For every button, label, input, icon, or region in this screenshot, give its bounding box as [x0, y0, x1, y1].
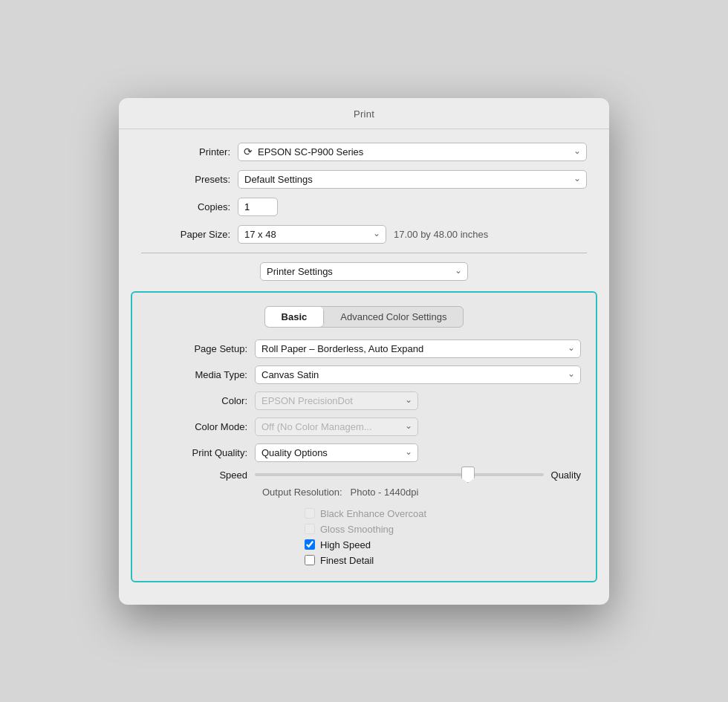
printer-settings-select[interactable]: Printer Settings: [260, 262, 468, 281]
media-type-select-wrapper: Canvas Satin: [255, 365, 581, 384]
color-mode-row: Color Mode: Off (No Color Managem...: [147, 417, 581, 436]
presets-row: Presets: Default Settings: [141, 170, 587, 189]
media-type-row: Media Type: Canvas Satin: [147, 365, 581, 384]
form-section: Printer: EPSON SC-P900 Series Presets: D…: [119, 129, 609, 244]
color-row: Color: EPSON PrecisionDot: [147, 391, 581, 410]
speed-label: Speed: [147, 469, 255, 481]
print-quality-control: Quality Options: [255, 443, 581, 462]
print-quality-select[interactable]: Quality Options: [255, 443, 418, 462]
color-mode-control: Off (No Color Managem...: [255, 417, 581, 436]
page-setup-row: Page Setup: Roll Paper – Borderless, Aut…: [147, 339, 581, 358]
paper-size-label: Paper Size:: [141, 229, 238, 240]
color-control: EPSON PrecisionDot: [255, 391, 581, 410]
printer-settings-select-wrapper: Printer Settings: [260, 262, 468, 281]
tab-bar: Basic Advanced Color Settings: [147, 306, 581, 328]
output-resolution-row: Output Resolution: Photo - 1440dpi: [262, 487, 581, 498]
gloss-smoothing-checkbox[interactable]: [305, 524, 315, 534]
printer-select[interactable]: EPSON SC-P900 Series: [238, 143, 587, 161]
quality-label: Quality: [551, 469, 581, 481]
copies-label: Copies:: [141, 201, 238, 212]
paper-size-select-wrapper: 17 x 48: [238, 225, 386, 244]
page-setup-select-wrapper: Roll Paper – Borderless, Auto Expand: [255, 339, 581, 358]
dialog-title: Print: [119, 98, 609, 129]
color-mode-select-wrapper: Off (No Color Managem...: [255, 417, 418, 436]
media-type-control: Canvas Satin: [255, 365, 581, 384]
printer-select-wrapper: EPSON SC-P900 Series: [238, 143, 587, 161]
presets-select-wrapper: Default Settings: [238, 170, 587, 189]
copies-input[interactable]: [238, 198, 278, 216]
printer-label: Printer:: [141, 146, 238, 157]
divider-1: [141, 253, 587, 253]
color-mode-select[interactable]: Off (No Color Managem...: [255, 417, 418, 436]
finest-detail-item: Finest Detail: [305, 555, 468, 566]
black-enhance-checkbox[interactable]: [305, 508, 315, 519]
presets-select[interactable]: Default Settings: [238, 170, 587, 189]
page-setup-select[interactable]: Roll Paper – Borderless, Auto Expand: [255, 339, 581, 358]
checkbox-section: Black Enhance Overcoat Gloss Smoothing H…: [147, 508, 581, 566]
slider-wrapper: Quality: [255, 469, 581, 481]
speed-quality-slider[interactable]: [255, 473, 544, 476]
printer-settings-panel: Basic Advanced Color Settings Page Setup…: [131, 291, 597, 582]
color-mode-label: Color Mode:: [147, 421, 255, 432]
high-speed-label: High Speed: [320, 539, 371, 550]
media-type-label: Media Type:: [147, 369, 255, 380]
black-enhance-label: Black Enhance Overcoat: [320, 508, 426, 519]
copies-row: Copies:: [141, 198, 587, 216]
color-select-wrapper: EPSON PrecisionDot: [255, 391, 418, 410]
paper-size-select[interactable]: 17 x 48: [238, 225, 386, 244]
printer-settings-row: Printer Settings: [119, 262, 609, 281]
page-setup-control: Roll Paper – Borderless, Auto Expand: [255, 339, 581, 358]
page-setup-label: Page Setup:: [147, 343, 255, 354]
printer-control: EPSON SC-P900 Series: [238, 143, 587, 161]
gloss-smoothing-label: Gloss Smoothing: [320, 524, 394, 535]
black-enhance-item: Black Enhance Overcoat: [305, 508, 468, 519]
gloss-smoothing-item: Gloss Smoothing: [305, 524, 468, 535]
output-resolution-value: Photo - 1440dpi: [351, 487, 419, 498]
paper-size-control: 17 x 48 17.00 by 48.00 inches: [238, 225, 587, 244]
print-quality-label: Print Quality:: [147, 447, 255, 458]
tab-bar-inner: Basic Advanced Color Settings: [264, 306, 464, 328]
color-select[interactable]: EPSON PrecisionDot: [255, 391, 418, 410]
print-quality-row: Print Quality: Quality Options: [147, 443, 581, 462]
presets-control: Default Settings: [238, 170, 587, 189]
presets-label: Presets:: [141, 174, 238, 185]
speed-quality-slider-row: Speed Quality: [147, 469, 581, 481]
color-label: Color:: [147, 395, 255, 406]
copies-control: [238, 198, 587, 216]
finest-detail-label: Finest Detail: [320, 555, 374, 566]
tab-advanced-color-settings[interactable]: Advanced Color Settings: [324, 307, 463, 327]
media-type-select[interactable]: Canvas Satin: [255, 365, 581, 384]
paper-size-row: Paper Size: 17 x 48 17.00 by 48.00 inche…: [141, 225, 587, 244]
printer-row: Printer: EPSON SC-P900 Series: [141, 143, 587, 161]
finest-detail-checkbox[interactable]: [305, 555, 315, 565]
high-speed-checkbox[interactable]: [305, 539, 315, 550]
high-speed-item: High Speed: [305, 539, 468, 550]
paper-size-description: 17.00 by 48.00 inches: [394, 229, 488, 240]
tab-basic[interactable]: Basic: [265, 307, 324, 327]
output-resolution-label: Output Resolution:: [262, 487, 342, 498]
print-quality-select-wrapper: Quality Options: [255, 443, 418, 462]
print-dialog: Print Printer: EPSON SC-P900 Series Pres…: [119, 98, 609, 605]
